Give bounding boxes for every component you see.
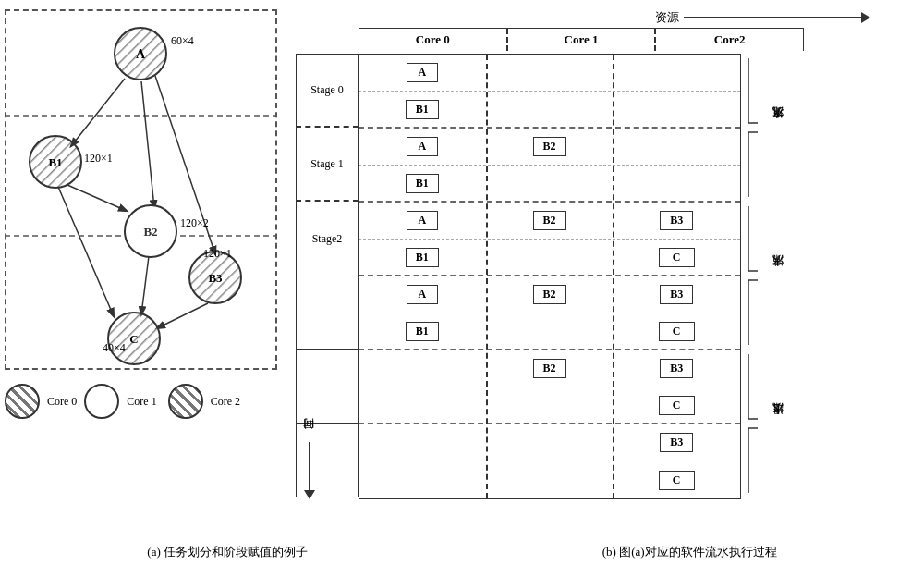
cell-r6-c0: B1 [359,240,486,275]
legend-core1-icon [84,384,119,419]
app-container: A B1 B2 B3 C 60×4 120×1 120×2 120×1 40×4… [0,0,924,565]
svg-text:40×4: 40×4 [103,341,126,354]
cell-r11-c0 [359,424,486,461]
cell-r1-c2 [613,55,740,91]
grid-row-1: A [359,55,740,92]
dag-svg: A B1 B2 B3 C 60×4 120×1 120×2 120×1 40×4 [5,9,277,370]
cell-r12-c2: C [613,461,740,498]
phase-fill: 流水填充 [741,54,804,202]
captions: (a) 任务划分和阶段赋值的例子 (b) 图(a)对应的软件流水执行过程 [0,544,924,560]
col-divider-1 [486,55,488,498]
cell-r8-c2: C [613,313,740,349]
svg-line-3 [141,81,154,208]
task-r6-c0: B1 [406,248,439,267]
legend-core1-label: Core 1 [127,395,156,409]
cell-r2-c1 [486,92,614,127]
task-r9-c2: B3 [660,359,693,378]
cell-r9-c0 [359,350,486,387]
task-r10-c2: C [659,396,695,415]
left-section: A B1 B2 B3 C 60×4 120×1 120×2 120×1 40×4… [5,9,282,416]
grid-row-7: A B2 B3 [359,276,740,313]
svg-text:C: C [129,332,138,346]
grid-row-9: B2 B3 [359,350,740,387]
legend-core0-label: Core 0 [47,395,77,409]
svg-text:A: A [136,47,146,61]
cell-r9-c1: B2 [486,350,614,387]
grid-row-5: A B2 B3 [359,203,740,240]
cell-r12-c0 [359,461,486,498]
cell-r4-c2 [613,166,740,201]
caption-left: (a) 任务划分和阶段赋值的例子 [147,544,308,560]
cell-r8-c1 [486,313,614,349]
svg-text:B2: B2 [143,225,157,239]
cell-r3-c2 [613,129,740,165]
cell-r10-c2: C [613,387,740,423]
task-r5-c2: B3 [660,211,693,230]
cell-r3-c0: A [359,129,486,165]
cell-r7-c1: B2 [486,276,614,313]
cell-r6-c2: C [613,240,740,275]
cell-r6-c1 [486,240,614,275]
cell-r7-c2: B3 [613,276,740,313]
resource-label: 资源 [655,9,679,26]
phase-labels: 流水填充 流水满 流水退出 [741,54,804,499]
time-arrow-line [309,442,310,497]
svg-text:120×2: 120×2 [180,216,209,229]
task-r5-c1: B2 [533,211,566,230]
svg-text:120×1: 120×1 [203,247,232,260]
grid-row-3: A B2 [359,129,740,166]
time-arrowhead [304,490,315,499]
cell-r8-c0: B1 [359,313,486,349]
core0-header: Core 0 [359,29,508,51]
col-divider-2 [613,55,614,498]
svg-text:B3: B3 [208,271,223,285]
brace-drain [741,350,769,497]
phase-drain: 流水退出 [741,350,804,497]
grid-row-2: B1 [359,92,740,129]
resource-label-row: 资源 [359,9,869,26]
core-headers: Core 0 Core 1 Core2 [359,28,804,51]
task-r8-c2: C [659,322,695,341]
task-r3-c0: A [407,137,439,156]
svg-line-2 [71,79,125,146]
pipeline-body: Stage 0 Stage 1 Stage2 A [296,54,804,499]
svg-text:120×1: 120×1 [84,152,113,165]
task-r6-c2: C [659,248,695,267]
task-r1-c0: A [407,63,439,82]
cell-r4-c1 [486,166,614,201]
legend-core0-icon [5,384,40,419]
svg-line-8 [157,303,208,328]
task-r7-c2: B3 [660,285,693,304]
cell-r11-c1 [486,424,614,461]
task-r2-c0: B1 [406,100,439,119]
cell-r12-c1 [486,461,614,498]
task-r7-c1: B2 [533,285,566,304]
grid-row-10: C [359,387,740,424]
cell-r5-c0: A [359,203,486,239]
svg-line-6 [58,187,114,316]
svg-line-7 [141,256,149,314]
svg-text:B1: B1 [48,155,62,169]
pipeline-grid: A B1 A [359,54,741,499]
legend-area: Core 0 Core 1 Core 2 [5,384,240,419]
svg-line-5 [67,185,127,211]
resource-arrow [684,17,869,18]
cell-r1-c0: A [359,55,486,91]
legend-core2-icon [168,384,203,419]
right-section: 资源 Core 0 Core 1 Core2 Stage 0 Stage 1 S… [296,9,869,518]
cell-r2-c2 [613,92,740,127]
time-section: 时间 [301,54,317,497]
cell-r10-c0 [359,387,486,423]
cell-r5-c1: B2 [486,203,614,239]
grid-row-12: C [359,461,740,498]
task-r7-c0: A [407,285,439,304]
task-r4-c0: B1 [406,174,439,193]
grid-row-6: B1 C [359,240,740,276]
grid-row-11: B3 [359,424,740,461]
cell-r3-c1: B2 [486,129,614,165]
legend-core2-label: Core 2 [211,395,240,409]
task-r3-c1: B2 [533,137,566,156]
cell-r9-c2: B3 [613,350,740,387]
cell-r2-c0: B1 [359,92,486,127]
cell-r11-c2: B3 [613,424,740,461]
